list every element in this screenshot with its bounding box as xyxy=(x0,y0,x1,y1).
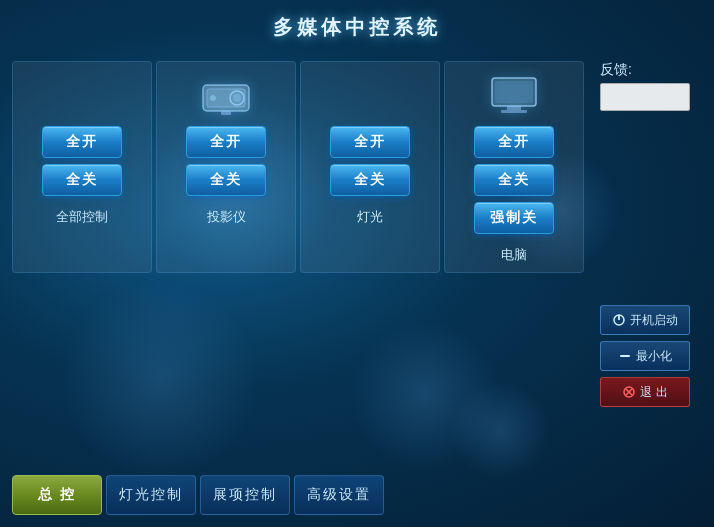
feedback-label: 反馈: xyxy=(600,61,706,79)
panel-all-control: 全开全关全部控制 xyxy=(12,61,152,273)
panels-area: 全开全关全部控制 全开全关投影仪全开全关灯光 全开全关强制关电脑 xyxy=(8,61,588,467)
tab-bar: 总 控灯光控制展项控制高级设置 xyxy=(12,475,702,515)
btn-group-lighting: 全开全关 xyxy=(309,126,431,196)
content-area: 全开全关全部控制 全开全关投影仪全开全关灯光 全开全关强制关电脑 反馈: 开机启… xyxy=(0,51,714,467)
bottom-area: 总 控灯光控制展项控制高级设置 xyxy=(0,467,714,527)
svg-point-3 xyxy=(233,94,241,102)
svg-rect-8 xyxy=(507,106,521,110)
btn-group-computer: 全开全关强制关 xyxy=(453,126,575,234)
panel-label-all-control: 全部控制 xyxy=(56,208,108,226)
btn-全开-lighting[interactable]: 全开 xyxy=(330,126,410,158)
svg-rect-7 xyxy=(495,81,533,103)
feedback-section: 反馈: xyxy=(600,61,706,297)
sidebar-btn-minimize[interactable]: 最小化 xyxy=(600,341,690,371)
tab-总  控[interactable]: 总 控 xyxy=(12,475,102,515)
sidebar-buttons: 开机启动最小化退 出 xyxy=(600,305,706,467)
btn-全开-computer[interactable]: 全开 xyxy=(474,126,554,158)
btn-全关-lighting[interactable]: 全关 xyxy=(330,164,410,196)
btn-全开-all-control[interactable]: 全开 xyxy=(42,126,122,158)
svg-point-4 xyxy=(210,95,216,101)
sidebar: 反馈: 开机启动最小化退 出 xyxy=(596,61,706,467)
feedback-input[interactable] xyxy=(600,83,690,111)
btn-全关-all-control[interactable]: 全关 xyxy=(42,164,122,196)
svg-rect-5 xyxy=(221,111,231,115)
projector-icon xyxy=(199,74,253,118)
panel-label-projector: 投影仪 xyxy=(207,208,246,226)
monitor-icon xyxy=(489,74,539,118)
btn-全关-projector[interactable]: 全关 xyxy=(186,164,266,196)
panel-label-lighting: 灯光 xyxy=(357,208,383,226)
btn-强制关-computer[interactable]: 强制关 xyxy=(474,202,554,234)
svg-rect-9 xyxy=(501,110,527,113)
btn-全关-computer[interactable]: 全关 xyxy=(474,164,554,196)
panel-computer: 全开全关强制关电脑 xyxy=(444,61,584,273)
control-panels: 全开全关全部控制 全开全关投影仪全开全关灯光 全开全关强制关电脑 xyxy=(8,61,588,273)
btn-group-all-control: 全开全关 xyxy=(21,126,143,196)
tab-高级设置[interactable]: 高级设置 xyxy=(294,475,384,515)
tab-展项控制[interactable]: 展项控制 xyxy=(200,475,290,515)
sidebar-btn-power[interactable]: 开机启动 xyxy=(600,305,690,335)
btn-全开-projector[interactable]: 全开 xyxy=(186,126,266,158)
page-title: 多媒体中控系统 xyxy=(0,0,714,51)
svg-rect-12 xyxy=(620,355,630,357)
panel-projector: 全开全关投影仪 xyxy=(156,61,296,273)
tab-灯光控制[interactable]: 灯光控制 xyxy=(106,475,196,515)
sidebar-btn-exit[interactable]: 退 出 xyxy=(600,377,690,407)
panel-lighting: 全开全关灯光 xyxy=(300,61,440,273)
main-container: 多媒体中控系统 全开全关全部控制 全开全关投影仪全开全关灯光 全开全关强制关电脑… xyxy=(0,0,714,527)
btn-group-projector: 全开全关 xyxy=(165,126,287,196)
panel-label-computer: 电脑 xyxy=(501,246,527,264)
